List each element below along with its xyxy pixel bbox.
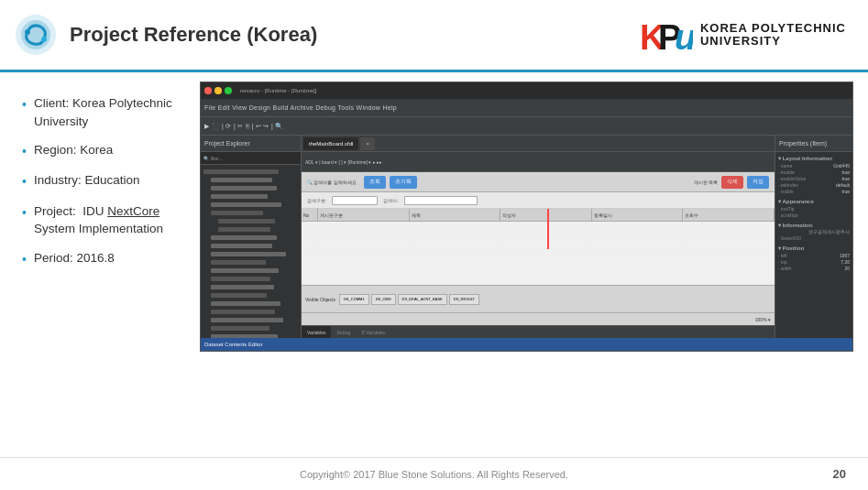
ide-search-select[interactable] (332, 196, 378, 205)
grid-cell (592, 231, 684, 239)
grid-cell (500, 222, 592, 230)
grid-cell (302, 222, 318, 230)
svg-point-2 (25, 29, 30, 35)
ide-properties-body: ▾ Layout Information · name Grid445 · en… (775, 152, 852, 338)
ide-menu-text: File Edit View Design Build Archive Debu… (204, 104, 397, 111)
ide-toolbar2-text: ▶ ⬛ | ⟳ | ✂ ⎘ | ↩ ↪ | 🔍 (204, 123, 284, 130)
prop-key: · width (778, 266, 791, 271)
ide-object-item: DS_DEAL_ACNT_BASE (398, 294, 447, 305)
ide-keyword-input[interactable] (404, 196, 478, 205)
minimize-dot (214, 87, 222, 94)
ide-form-search: 🔍 검색어를 입력하세요 (307, 180, 357, 185)
ide-prop-row: · visible true (778, 189, 850, 194)
bullet-icon: • (22, 203, 27, 222)
ide-editor-toolbar-text: ADL ▾ | board ▾ [ ] ▾ [Runtime] ▾ ▸ ▸▸ (305, 159, 382, 165)
sidebar-project-text: Project: IDU NextCore System Implementat… (34, 202, 178, 238)
ide-prop-row: · tabIndex default (778, 182, 850, 188)
sidebar-item-period: • Period: 2016.8 (22, 249, 178, 268)
tree-item (203, 201, 298, 208)
grid-cell (592, 240, 684, 248)
grid-cell (302, 231, 318, 239)
ide-search-bar: 🔍 filter... (201, 152, 301, 165)
ide-explorer-title: Project Explorer (204, 140, 250, 147)
ide-properties-title: Properties (Item) (779, 140, 827, 147)
ide-menubar: File Edit View Design Build Archive Debu… (201, 99, 852, 117)
ide-titlebar: nexacro - [Runtime - [Runtime]] (201, 82, 852, 99)
ide-object-item: DS_CMD (371, 294, 396, 305)
ide-appearance-group-title: ▾ Appearance (778, 198, 850, 204)
prop-val: 7.26 (841, 259, 850, 265)
grid-row (302, 240, 775, 249)
sidebar-client-text: Client: Korea Polytechnic University (34, 94, 178, 130)
ide-visible-objects-label: Visible Objects (305, 297, 335, 302)
ide-prop-row: 연구공개게시판주사 (778, 230, 850, 234)
header-left: Project Reference (Korea) (15, 14, 317, 56)
ide-tab-bar: theMainBoard.xfdl × (302, 136, 775, 152)
ide-reset-button[interactable]: 초기화 (390, 176, 417, 189)
close-dot (204, 87, 212, 94)
tree-item (203, 267, 298, 274)
ide-delete-button[interactable]: 삭제 (721, 176, 743, 189)
ide-prop-row: · top 7.26 (778, 259, 850, 265)
ide-screenshot: nexacro - [Runtime - [Runtime]] File Edi… (200, 82, 853, 352)
ide-zoom-level: 100% ▾ (755, 317, 771, 322)
ide-body: Project Explorer 🔍 filter... (201, 136, 852, 338)
ide-right-panel: Properties (Item) ▾ Layout Information ·… (775, 136, 852, 338)
ide-information-group-title: ▾ Information (778, 222, 850, 228)
ide-form-area: 🔍 검색어를 입력하세요 조회 초기화 게시판 목록 삭제 저장 (302, 172, 775, 325)
ide-col-views: 조회수 (683, 209, 775, 221)
bullet-icon: • (22, 95, 27, 114)
prop-val: true (841, 169, 850, 175)
grid-row (302, 231, 775, 240)
ide-search-row: 검색구분: 검색어: (302, 192, 775, 209)
prop-val: true (841, 176, 850, 181)
ide-position-group-title: ▾ Position (778, 245, 850, 251)
prop-key: · top (778, 259, 787, 265)
tree-item (203, 192, 298, 200)
ide-title-text: nexacro - [Runtime - [Runtime]] (240, 88, 316, 93)
svg-point-3 (41, 37, 47, 42)
grid-cell (410, 240, 501, 248)
grid-cell (683, 240, 775, 248)
sidebar-period-text: Period: 2016.8 (34, 249, 115, 267)
ide-variables-tab[interactable]: Variables (302, 326, 331, 338)
footer: Copyright© 2017 Blue Stone Solutions. Al… (0, 457, 868, 490)
prop-key: · visible (778, 189, 794, 194)
grid-cell (410, 222, 501, 230)
grid-cell (318, 231, 410, 239)
prop-val: 연구공개게시판주사 (808, 230, 850, 234)
ide-grid-container: 검색구분: 검색어: No 게시판구분 (302, 192, 775, 312)
ide-keyword-label: 검색어: (383, 198, 398, 203)
ide-debug-tab[interactable]: Debug (331, 330, 356, 335)
prop-val: 20 (844, 266, 850, 271)
ide-search-button[interactable]: 조회 (364, 176, 386, 189)
header: Project Reference (Korea) K P u KOREA PO… (0, 0, 868, 72)
kpu-emblem-icon: K P u (638, 11, 693, 59)
bullet-icon: • (22, 250, 27, 268)
ide-prop-row: · scrollbar (778, 212, 850, 218)
prop-val: 1957 (840, 253, 850, 258)
ide-breakpoints-tab[interactable]: ☰ Variables (356, 330, 390, 335)
ide-search-text: 🔍 filter... (203, 156, 223, 161)
grid-row (302, 222, 775, 231)
grid-cell (592, 222, 684, 230)
grid-cell (410, 231, 501, 239)
ide-statusbar: Dataset Contents Editor (201, 338, 852, 351)
ide-save-button[interactable]: 저장 (747, 176, 769, 189)
grid-cell (500, 231, 592, 239)
ide-center-panel: theMainBoard.xfdl × ADL ▾ | board ▾ [ ] … (302, 136, 775, 338)
ide-col-date: 등록일시 (592, 209, 684, 221)
ide-appearance-group: ▾ Appearance · toolTip · scrollbar (778, 198, 850, 218)
tree-item (203, 184, 298, 191)
tree-item (203, 217, 298, 224)
page-number: 20 (833, 467, 846, 481)
ide-right-label: 게시판 목록 (694, 180, 718, 185)
footer-copyright: Copyright© 2017 Blue Stone Solutions. Al… (300, 469, 568, 480)
ide-file-tree (201, 165, 301, 338)
tree-item (203, 234, 298, 241)
prop-val: Grid445 (833, 163, 850, 169)
sidebar: • Client: Korea Polytechnic University •… (0, 72, 192, 461)
tree-item (203, 308, 298, 315)
grid-cell (500, 240, 592, 248)
tree-item (203, 258, 298, 266)
